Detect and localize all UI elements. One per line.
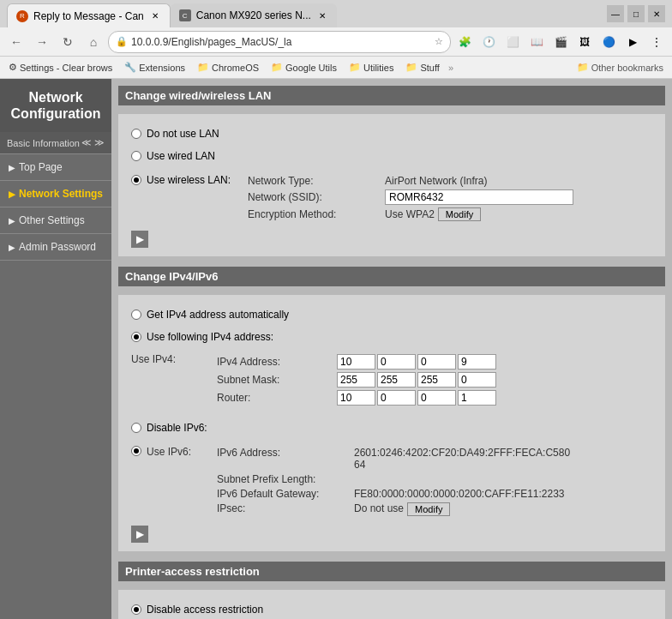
ipsec-value: Do not use	[354, 502, 404, 514]
sidebar-item-top-page[interactable]: ▶ Top Page	[0, 154, 111, 181]
bookmark-google-utils[interactable]: 📁 Google Utils	[267, 60, 340, 75]
wired-lan-radio[interactable]	[131, 151, 141, 161]
minimize-button[interactable]: —	[607, 5, 624, 22]
router-row: Router:	[217, 390, 496, 406]
address-bar[interactable]: 🔒 10.0.0.9/English/pages_MacUS/_la ☆	[108, 31, 451, 53]
wireless-lan-label: Use wireless LAN:	[147, 174, 231, 186]
wired-lan-option[interactable]: Use wired LAN	[131, 145, 652, 167]
encryption-row: Encryption Method: Use WPA2 Modify	[248, 207, 573, 221]
subnet-octet-4[interactable]	[458, 372, 496, 388]
wireless-details: Network Type: AirPort Network (Infra) Ne…	[231, 172, 573, 224]
ipv4-auto-option[interactable]: Get IPv4 address automatically	[131, 303, 652, 326]
no-lan-option[interactable]: Do not use LAN	[131, 123, 652, 145]
bookmarks-bar: ⚙ Settings - Clear brows 🔧 Extensions 📁 …	[0, 57, 672, 79]
tab-1[interactable]: R Reply to Message - Can ✕	[7, 3, 171, 27]
tab2-label: Canon MX920 series N...	[196, 9, 311, 21]
ipv4-auto-radio[interactable]	[131, 310, 141, 320]
reload-button[interactable]: ↻	[57, 31, 79, 53]
photo-icon[interactable]: 🖼	[574, 32, 595, 52]
ipv6-prefix-label: Subnet Prefix Length:	[217, 473, 354, 485]
main-area: Change wired/wireless LAN Do not use LAN…	[111, 79, 672, 619]
ipv4-manual-radio[interactable]	[131, 332, 141, 342]
use-ipv6-label: Use IPv6:	[147, 446, 191, 458]
subnet-row: Subnet Mask:	[217, 372, 496, 388]
bookmark-settings[interactable]: ⚙ Settings - Clear brows	[5, 60, 116, 75]
wlan-modify-button[interactable]: Modify	[438, 207, 481, 221]
router-octet-3[interactable]	[417, 390, 456, 406]
router-octet-2[interactable]	[377, 390, 416, 406]
tab-icon[interactable]: ⬜	[502, 32, 523, 52]
disable-ipv6-radio[interactable]	[131, 423, 141, 433]
close-button[interactable]: ✕	[648, 5, 665, 22]
ipv4-section-content: Get IPv4 address automatically Use follo…	[118, 295, 665, 551]
feedly-icon[interactable]: ▶	[622, 32, 643, 52]
router-octet-1[interactable]	[337, 390, 375, 406]
disable-ipv6-option[interactable]: Disable IPv6:	[131, 417, 652, 439]
disable-restriction-option[interactable]: Disable access restriction	[131, 598, 652, 619]
menu-button[interactable]: ⋮	[646, 32, 667, 52]
sidebar-other-settings-label: Other Settings	[19, 214, 85, 226]
router-octet-4[interactable]	[458, 390, 496, 406]
subnet-label: Subnet Mask:	[217, 374, 337, 386]
wireless-lan-radio[interactable]	[131, 175, 141, 185]
ipv4-octet-3[interactable]	[417, 354, 456, 370]
wlan-section-header: Change wired/wireless LAN	[118, 86, 665, 105]
ipv6-prefix-row: Subnet Prefix Length:	[217, 473, 570, 485]
bookmark-chromeos[interactable]: 📁 ChromeOS	[194, 60, 262, 75]
bookmark-stuff[interactable]: 📁 Stuff	[402, 60, 442, 75]
ssid-label: Network (SSID):	[248, 191, 385, 203]
ipv4-octet-4[interactable]	[458, 354, 496, 370]
bookmark-settings-label: Settings - Clear brows	[20, 63, 112, 73]
folder-icon-5: 📁	[577, 62, 589, 73]
history-icon[interactable]: 🕐	[478, 32, 499, 52]
sidebar-item-admin-password[interactable]: ▶ Admin Password	[0, 234, 111, 261]
bookmark-icon[interactable]: 📖	[526, 32, 547, 52]
ipv4-manual-option[interactable]: Use following IPv4 address:	[131, 326, 652, 348]
bookmark-chromeos-label: ChromeOS	[212, 63, 259, 73]
subnet-octet-1[interactable]	[337, 372, 375, 388]
ipsec-modify-button[interactable]: Modify	[407, 502, 450, 516]
wireless-lan-option[interactable]: Use wireless LAN:	[131, 172, 231, 191]
bookmark-stuff-label: Stuff	[420, 63, 439, 73]
wlan-submit-button[interactable]: ▶	[131, 231, 148, 248]
tab-2[interactable]: C Canon MX920 series N... ✕	[171, 3, 337, 27]
other-bookmarks[interactable]: 📁 Other bookmarks	[573, 60, 667, 75]
media-icon[interactable]: 🎬	[550, 32, 571, 52]
subnet-octet-3[interactable]	[417, 372, 456, 388]
vpn-icon[interactable]: 🔵	[598, 32, 619, 52]
disable-restriction-label: Disable access restriction	[147, 604, 263, 616]
no-lan-radio[interactable]	[131, 129, 141, 139]
disable-restriction-radio[interactable]	[131, 604, 141, 615]
ssid-input[interactable]	[385, 189, 573, 205]
sidebar-item-other-settings[interactable]: ▶ Other Settings	[0, 207, 111, 234]
subnet-octet-2[interactable]	[377, 372, 416, 388]
tab2-close[interactable]: ✕	[316, 9, 328, 21]
window-controls: — □ ✕	[607, 5, 665, 22]
lock-icon: 🔒	[116, 36, 128, 47]
tab1-label: Reply to Message - Can	[33, 10, 144, 22]
bookmark-utilities[interactable]: 📁 Utilities	[345, 60, 397, 75]
ipsec-label: IPsec:	[217, 502, 354, 514]
bookmark-extensions[interactable]: 🔧 Extensions	[121, 60, 189, 75]
bookmark-utilities-label: Utilities	[363, 63, 393, 73]
bookmark-extensions-label: Extensions	[139, 63, 185, 73]
maximize-button[interactable]: □	[627, 5, 645, 22]
ipv4-octet-2[interactable]	[377, 354, 416, 370]
sidebar-admin-password-label: Admin Password	[19, 241, 96, 253]
extensions-icon[interactable]: 🧩	[454, 32, 475, 52]
printer-section-content: Disable access restriction Allow access …	[118, 590, 665, 619]
sidebar-item-network-settings[interactable]: ▶ Network Settings	[0, 181, 111, 207]
sidebar-network-settings-label: Network Settings	[19, 188, 103, 200]
sidebar-logo-text: Network Configuration	[7, 89, 105, 122]
network-type-value: AirPort Network (Infra)	[385, 175, 487, 187]
home-button[interactable]: ⌂	[82, 31, 105, 53]
tab1-close[interactable]: ✕	[149, 10, 161, 22]
use-ipv6-radio[interactable]	[131, 446, 141, 456]
ipv4-octet-1[interactable]	[337, 354, 375, 370]
ipv4-submit-button[interactable]: ▶	[131, 526, 148, 543]
back-button[interactable]: ←	[5, 31, 27, 53]
folder-icon-4: 📁	[405, 62, 417, 73]
star-icon[interactable]: ☆	[435, 36, 443, 47]
forward-button[interactable]: →	[31, 31, 53, 53]
ipv4-manual-label: Use following IPv4 address:	[147, 331, 273, 343]
